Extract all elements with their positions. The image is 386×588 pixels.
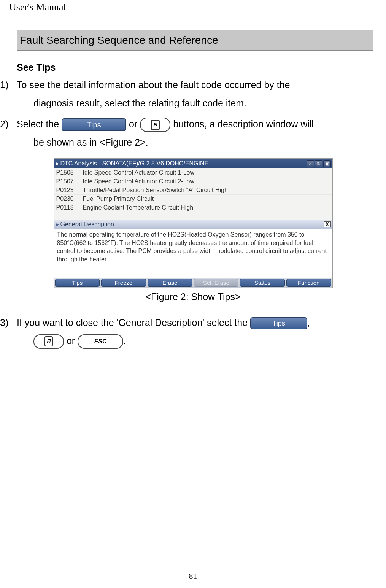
table-row[interactable]: P0118 Engine Coolant Temperature Circuit… (54, 203, 332, 212)
f1-label: FI (44, 336, 53, 346)
step-number: 3) (0, 314, 17, 332)
step-2: 2)Select the Tips or FI buttons, a descr… (0, 115, 373, 151)
step-text: or (67, 335, 78, 346)
step-text: buttons, a description window will (173, 119, 314, 129)
tips-button[interactable]: Tips (62, 118, 126, 131)
step-text-cont: be shown as in <Figure 2>. (17, 133, 373, 152)
f1-label: FI (151, 120, 160, 130)
step-text: or (129, 119, 140, 129)
sub-heading: See Tips (17, 62, 386, 73)
step-text: . (123, 335, 126, 346)
sel-erase-button: Sel. Erase (194, 279, 239, 287)
step-text: To see the detail information about the … (17, 79, 290, 90)
home-icon[interactable]: ⌂ (307, 160, 314, 167)
f1-button[interactable]: FI (33, 334, 64, 349)
dtc-code: P0123 (56, 187, 83, 194)
step-3: 3)If you want to close the 'General Desc… (0, 314, 373, 350)
table-row[interactable]: P0123 Throttle/Pedal Position Sensor/Swi… (54, 186, 332, 195)
esc-label: ESC (94, 336, 107, 347)
dtc-code: P1505 (56, 169, 83, 176)
dtc-desc: Engine Coolant Temperature Circuit High (83, 204, 330, 211)
header-rule (9, 14, 377, 15)
step-text: If you want to close the 'General Descri… (17, 317, 250, 328)
info-icon[interactable]: ▣ (323, 160, 331, 167)
print-icon[interactable]: 🖶 (315, 160, 322, 167)
triangle-icon: ▶ (56, 222, 59, 227)
figure-titlebar: ▶ DTC Analysis - SONATA(EF)/G 2.5 V6 DOH… (54, 159, 332, 168)
step-text-cont: diagnosis result, select the relating fa… (17, 94, 373, 113)
dtc-code: P0118 (56, 204, 83, 211)
freeze-button[interactable]: Freeze (101, 279, 146, 287)
step-1: 1)To see the detail information about th… (0, 76, 373, 112)
empty-row (54, 212, 332, 220)
esc-button[interactable]: ESC (78, 334, 123, 349)
dtc-code: P0230 (56, 195, 83, 202)
step-text: , (307, 317, 310, 328)
screenshot-figure: ▶ DTC Analysis - SONATA(EF)/G 2.5 V6 DOH… (54, 158, 333, 288)
dtc-desc: Idle Speed Control Actuator Circuit 1-Lo… (83, 169, 330, 176)
figure-caption: <Figure 2: Show Tips> (0, 291, 386, 302)
subbar-text: General Description (60, 221, 114, 228)
triangle-icon: ▶ (56, 161, 59, 166)
erase-button[interactable]: Erase (148, 279, 192, 287)
close-icon[interactable]: X (324, 221, 331, 227)
table-row[interactable]: P0230 Fuel Pump Primary Circuit (54, 195, 332, 203)
titlebar-text: DTC Analysis - SONATA(EF)/G 2.5 V6 DOHC/… (60, 160, 209, 167)
step-number: 1) (0, 76, 17, 94)
figure-bottom-bar: Tips Freeze Erase Sel. Erase Status Func… (54, 278, 332, 288)
description-panel: The normal operating temperature of the … (54, 229, 332, 278)
step-line2: FI or ESC. (17, 332, 373, 350)
table-row[interactable]: P1507 Idle Speed Control Actuator Circui… (54, 177, 332, 186)
dtc-code: P1507 (56, 178, 83, 185)
status-button[interactable]: Status (240, 279, 285, 287)
section-title: Fault Searching Sequence and Reference (17, 30, 373, 51)
step-text: Select the (17, 119, 62, 129)
function-button[interactable]: Function (286, 279, 331, 287)
page-number: - 81 - (0, 571, 386, 581)
f1-button[interactable]: FI (140, 118, 170, 132)
step-number: 2) (0, 115, 17, 133)
table-row[interactable]: P1505 Idle Speed Control Actuator Circui… (54, 168, 332, 177)
dtc-desc: Fuel Pump Primary Circuit (83, 195, 330, 202)
tips-button[interactable]: Tips (55, 279, 100, 287)
tips-button[interactable]: Tips (250, 317, 307, 329)
dtc-desc: Idle Speed Control Actuator Circuit 2-Lo… (83, 178, 330, 185)
page-header: User's Manual (0, 0, 386, 14)
figure-subbar: ▶ General Description X (54, 220, 332, 229)
dtc-desc: Throttle/Pedal Position Sensor/Switch "A… (83, 187, 330, 194)
